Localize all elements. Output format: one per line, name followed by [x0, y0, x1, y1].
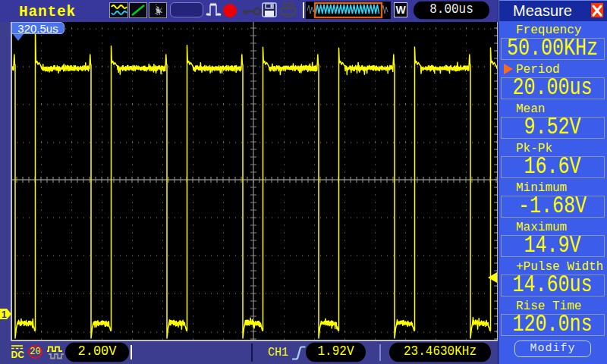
svg-text:DC: DC: [11, 350, 24, 359]
svg-text:1: 1: [2, 309, 7, 320]
